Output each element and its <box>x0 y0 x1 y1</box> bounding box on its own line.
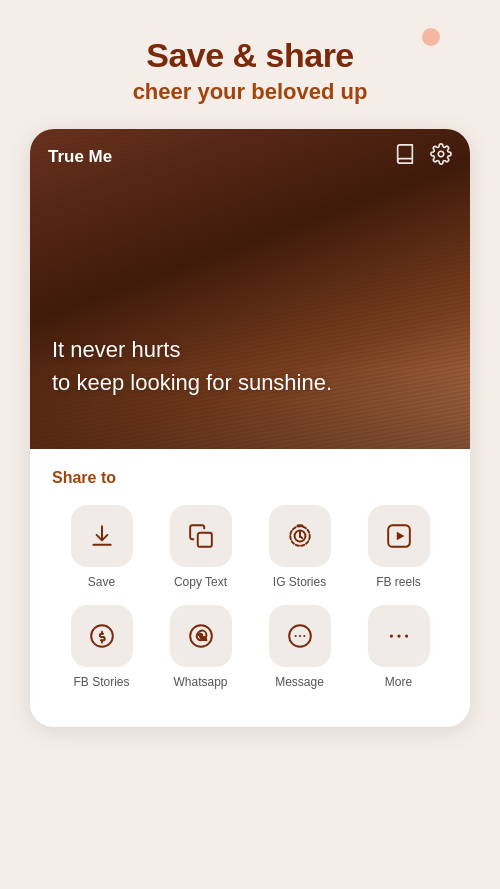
message-label: Message <box>275 675 324 689</box>
page-wrapper: Save & share cheer your beloved up True … <box>0 0 500 889</box>
share-title: Share to <box>52 469 448 487</box>
copy-text-icon-wrap <box>170 505 232 567</box>
page-subtitle: cheer your beloved up <box>133 79 368 105</box>
fb-reels-icon <box>386 523 412 549</box>
whatsapp-icon <box>188 623 214 649</box>
fb-stories-icon <box>89 623 115 649</box>
copy-text-icon <box>188 523 214 549</box>
fb-stories-icon-wrap <box>71 605 133 667</box>
whatsapp-label: Whatsapp <box>173 675 227 689</box>
svg-point-17 <box>389 634 392 637</box>
share-item-ig-stories[interactable]: IG Stories <box>264 505 336 589</box>
quote-text: It never hurts to keep looking for sunsh… <box>52 333 448 399</box>
share-row-1: Save Copy Text <box>52 505 448 589</box>
save-icon-wrap <box>71 505 133 567</box>
quote-line1: It never hurts <box>52 333 448 366</box>
more-label: More <box>385 675 412 689</box>
quote-line2: to keep looking for sunshine. <box>52 366 448 399</box>
share-row-2: FB Stories Whatsapp <box>52 605 448 689</box>
share-item-copy-text[interactable]: Copy Text <box>165 505 237 589</box>
share-item-message[interactable]: Message <box>264 605 336 689</box>
ig-stories-label: IG Stories <box>273 575 326 589</box>
phone-card: True Me <box>30 129 470 727</box>
svg-point-9 <box>91 625 113 647</box>
topbar-icons <box>394 143 452 170</box>
copy-text-label: Copy Text <box>174 575 227 589</box>
save-label: Save <box>88 575 115 589</box>
svg-marker-8 <box>396 532 404 541</box>
message-icon-wrap <box>269 605 331 667</box>
share-item-fb-reels[interactable]: FB reels <box>363 505 435 589</box>
share-item-more[interactable]: More <box>363 605 435 689</box>
svg-point-0 <box>438 151 444 157</box>
ig-stories-icon <box>287 523 313 549</box>
deco-dot <box>422 28 440 46</box>
share-item-fb-stories[interactable]: FB Stories <box>66 605 138 689</box>
svg-point-19 <box>404 634 407 637</box>
image-topbar: True Me <box>30 129 470 184</box>
share-item-save[interactable]: Save <box>66 505 138 589</box>
message-icon <box>287 623 313 649</box>
more-icon <box>386 623 412 649</box>
ig-stories-icon-wrap <box>269 505 331 567</box>
whatsapp-icon-wrap <box>170 605 232 667</box>
fb-stories-label: FB Stories <box>73 675 129 689</box>
svg-point-18 <box>397 634 400 637</box>
app-name-label: True Me <box>48 147 112 167</box>
share-panel: Share to Save <box>30 449 470 727</box>
fb-reels-icon-wrap <box>368 505 430 567</box>
book-icon[interactable] <box>394 143 416 170</box>
settings-icon[interactable] <box>430 143 452 170</box>
quote-image-area: True Me <box>30 129 470 449</box>
more-icon-wrap <box>368 605 430 667</box>
page-title: Save & share <box>146 36 354 75</box>
svg-rect-1 <box>197 533 211 547</box>
share-item-whatsapp[interactable]: Whatsapp <box>165 605 237 689</box>
fb-reels-label: FB reels <box>376 575 421 589</box>
save-icon <box>89 523 115 549</box>
